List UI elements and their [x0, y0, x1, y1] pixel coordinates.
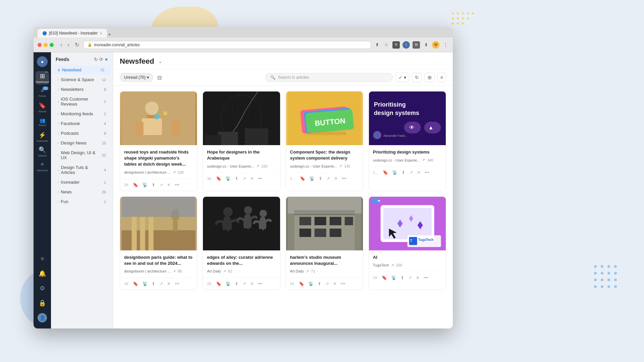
rail-item-settings[interactable]: ⚙: [36, 282, 49, 295]
remove-button-a5[interactable]: ✕: [166, 281, 171, 287]
external-link-button-a3[interactable]: ↗: [326, 175, 331, 182]
article-card-a1[interactable]: reused toys and roadside finds shape shi…: [120, 91, 197, 191]
sidebar-item-newsletters[interactable]: › Newsletters 8: [53, 85, 111, 94]
sidebar-item-news[interactable]: › News 26: [53, 187, 111, 196]
broadcast-button-a2[interactable]: 📡: [225, 175, 231, 182]
sidebar-add-button[interactable]: ●: [105, 56, 108, 62]
sidebar-item-newsfeed[interactable]: ≡ Newsfeed 70: [53, 65, 111, 74]
share-button-a6[interactable]: ⬆: [234, 281, 239, 287]
sidebar-item-inoreader[interactable]: › Inoreader 1: [53, 178, 111, 187]
remove-button-a1[interactable]: ✕: [166, 182, 171, 188]
new-tab-button[interactable]: +: [108, 32, 111, 38]
broadcast-button-a5[interactable]: 📡: [142, 281, 148, 287]
remove-button-a2[interactable]: ✕: [250, 175, 255, 182]
sidebar-item-fun[interactable]: › Fun 1: [53, 197, 111, 206]
tab-close-button[interactable]: ✕: [100, 32, 102, 35]
article-card-a7[interactable]: harlem's studio museum announces inaugur…: [286, 196, 363, 290]
forward-button[interactable]: ›: [66, 41, 70, 49]
bookmark-button-a3[interactable]: 🔖: [299, 175, 306, 182]
bookmark-button-a5[interactable]: 🔖: [132, 281, 139, 287]
article-card-a3[interactable]: BUTTON Component Spec: the design system…: [286, 91, 363, 191]
remove-button-a7[interactable]: ✕: [332, 281, 337, 287]
broadcast-button-a6[interactable]: 📡: [225, 281, 231, 287]
rail-item-search[interactable]: 🔍 Search: [36, 145, 49, 158]
more-button-a4[interactable]: •••: [424, 169, 430, 176]
broadcast-button-a1[interactable]: 📡: [142, 182, 148, 188]
external-link-button-a5[interactable]: ↗: [159, 281, 164, 287]
share-button-a2[interactable]: ⬆: [234, 175, 239, 182]
search-box[interactable]: 🔍 Search in articles: [265, 73, 393, 82]
more-button-a7[interactable]: •••: [340, 281, 346, 287]
more-button-a3[interactable]: •••: [341, 175, 347, 182]
rail-item-feeds[interactable]: ⊞ Dashboard: [36, 71, 49, 84]
external-link-button-a6[interactable]: ↗: [242, 281, 247, 287]
mark-all-read-button[interactable]: ✓ ▾: [395, 73, 409, 82]
rail-item-api[interactable]: ⚙: [36, 252, 49, 265]
sidebar-item-web-design[interactable]: › Web Design, UI & UX 22: [53, 148, 111, 162]
browser-toolbar-ext5[interactable]: 🦊: [432, 41, 439, 49]
rail-item-notifications[interactable]: 🔔: [36, 267, 49, 280]
share-button-a5[interactable]: ⬆: [151, 281, 156, 287]
external-link-button-a7[interactable]: ↗: [325, 281, 330, 287]
browser-toolbar-ext4[interactable]: ⬇: [423, 42, 429, 48]
article-card-a2[interactable]: Hope for designers in the Arabesque uxde…: [203, 91, 280, 191]
more-button-a1[interactable]: •••: [174, 182, 180, 188]
sidebar-item-facebook[interactable]: › Facebook 4: [53, 119, 111, 128]
external-link-button-a1[interactable]: ↗: [159, 182, 164, 188]
address-bar[interactable]: 🔒 inoreader.com/all_articles: [83, 41, 371, 49]
article-card-a4[interactable]: Prioritising design systems 👁 ▲ 👤: [369, 91, 446, 191]
grid-view-button[interactable]: ⊞: [425, 73, 435, 82]
sidebar-item-podcasts[interactable]: › Podcasts 9: [53, 129, 111, 138]
browser-toolbar-ext1[interactable]: R: [392, 41, 400, 49]
more-button-a2[interactable]: •••: [257, 175, 263, 182]
remove-button-a6[interactable]: ✕: [250, 281, 255, 287]
unread-filter-button[interactable]: Unread (70) ▾: [120, 73, 153, 82]
app-logo[interactable]: ●: [37, 56, 48, 67]
external-link-button-a2[interactable]: ↗: [242, 175, 247, 182]
article-card-a6[interactable]: edges of ailey: curator adrienne edwards…: [203, 196, 280, 290]
refresh-button[interactable]: ↻: [73, 41, 80, 49]
remove-button-a4[interactable]: ✕: [416, 169, 421, 176]
more-button-a5[interactable]: •••: [174, 281, 180, 287]
more-button-a8[interactable]: •••: [423, 275, 429, 281]
browser-toolbar-menu[interactable]: ⋮: [442, 42, 449, 48]
broadcast-button-a7[interactable]: 📡: [308, 281, 314, 287]
share-button-a3[interactable]: ⬆: [318, 175, 323, 182]
sidebar-item-design-tuts[interactable]: › Design Tuts & Articles 4: [53, 163, 111, 177]
external-link-button-a4[interactable]: ↗: [409, 169, 414, 176]
browser-toolbar-bookmark[interactable]: ☆: [383, 42, 390, 48]
bookmark-button-a4[interactable]: 🔖: [382, 169, 389, 176]
more-button-a6[interactable]: •••: [257, 281, 263, 287]
article-card-a8[interactable]: T TugaTech AI TugaTech ↗ 200: [369, 196, 446, 290]
bookmark-button-a6[interactable]: 🔖: [215, 281, 222, 287]
back-button[interactable]: ‹: [59, 41, 63, 49]
refresh-articles-button[interactable]: ↻: [412, 73, 422, 82]
browser-tab-active[interactable]: 🔵 [610] Newsfeed - Inoreader ✕: [38, 29, 107, 38]
rail-item-teams[interactable]: 👥 Teams: [36, 115, 49, 129]
minimize-traffic-light[interactable]: [44, 43, 48, 47]
sidebar-item-monitoring[interactable]: › Monitoring feeds 2: [53, 109, 111, 118]
sidebar-sync-button[interactable]: ⟳: [99, 56, 103, 62]
rail-item-automate[interactable]: ⚡ Automate: [36, 130, 49, 143]
bookmark-button-a1[interactable]: 🔖: [132, 182, 139, 188]
article-card-a5[interactable]: designboom paris guide: what to see in a…: [120, 196, 197, 290]
browser-toolbar-share[interactable]: ⬆: [374, 42, 380, 48]
title-chevron-icon[interactable]: ⌄: [158, 59, 162, 64]
close-traffic-light[interactable]: [38, 43, 42, 47]
external-link-button-a8[interactable]: ↗: [408, 275, 413, 281]
broadcast-button-a4[interactable]: 📡: [391, 169, 398, 176]
rail-item-profile[interactable]: 👤: [36, 311, 49, 324]
sidebar-item-ios-reviews[interactable]: › iOS Customer Reviews 1: [53, 95, 111, 109]
rail-item-privacy[interactable]: 🔒: [36, 296, 49, 310]
rail-item-saved[interactable]: 🔖 Saved: [36, 101, 49, 114]
share-button-a7[interactable]: ⬆: [317, 281, 322, 287]
sidebar-item-science[interactable]: › Science & Space 12: [53, 75, 111, 84]
share-button-a8[interactable]: ⬆: [400, 275, 405, 281]
browser-toolbar-ext2[interactable]: I: [402, 41, 410, 49]
bookmark-button-a7[interactable]: 🔖: [298, 281, 305, 287]
sidebar-item-design-news[interactable]: › Design News 10: [53, 138, 111, 147]
share-button-a4[interactable]: ⬆: [401, 169, 406, 176]
sidebar-refresh-button[interactable]: ↻: [94, 56, 98, 62]
remove-button-a3[interactable]: ✕: [333, 175, 338, 182]
list-view-button[interactable]: ≡: [437, 73, 446, 82]
